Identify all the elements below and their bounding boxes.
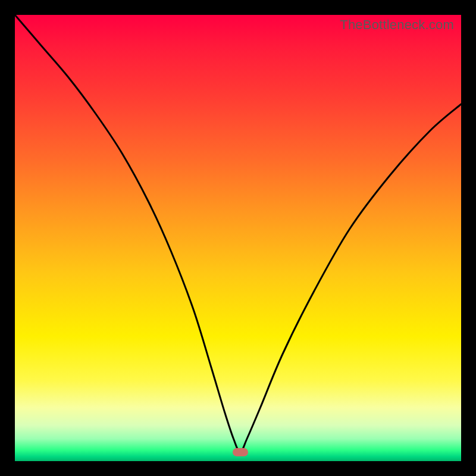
bottleneck-curve	[15, 15, 461, 461]
watermark-text: TheBottleneck.com	[340, 17, 454, 33]
chart-frame: TheBottleneck.com	[0, 0, 476, 476]
plot-area: TheBottleneck.com	[15, 15, 461, 461]
minimum-marker	[233, 448, 248, 456]
